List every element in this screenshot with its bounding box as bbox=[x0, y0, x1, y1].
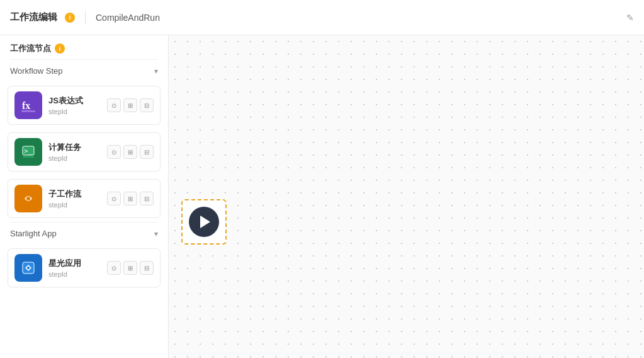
canvas-play-node[interactable] bbox=[181, 199, 227, 245]
node-actions-calc: ⊙ ⊞ ⊟ bbox=[107, 145, 154, 159]
category-starlight-app[interactable]: Starlight App ▾ bbox=[0, 222, 168, 245]
header-title: 工作流编辑 bbox=[10, 11, 57, 23]
sidebar-section-title: 工作流节点 bbox=[10, 43, 51, 54]
header-divider bbox=[85, 11, 86, 24]
node-action-info-calc[interactable]: ⊟ bbox=[140, 145, 154, 159]
node-action-info-starlight[interactable]: ⊟ bbox=[140, 261, 154, 275]
node-action-add-calc[interactable]: ⊞ bbox=[123, 145, 137, 159]
node-action-add-js[interactable]: ⊞ bbox=[123, 98, 137, 112]
category-workflow-step[interactable]: Workflow Step ▾ bbox=[0, 60, 168, 82]
sidebar: 工作流节点 i Workflow Step ▾ fx JS表达式 stepId bbox=[0, 35, 169, 358]
node-action-view-calc[interactable]: ⊙ bbox=[107, 145, 121, 159]
node-action-info-sub[interactable]: ⊟ bbox=[140, 192, 154, 205]
node-name-calc: 计算任务 bbox=[48, 142, 101, 153]
node-card-calc[interactable]: >_ 计算任务 stepId ⊙ ⊞ ⊟ bbox=[8, 132, 161, 171]
svg-point-8 bbox=[26, 197, 30, 200]
node-action-add-sub[interactable]: ⊞ bbox=[123, 192, 137, 205]
canvas[interactable] bbox=[169, 35, 644, 358]
node-info-js: JS表达式 stepId bbox=[48, 95, 101, 115]
node-info-calc: 计算任务 stepId bbox=[48, 142, 101, 162]
node-card-sub-workflow[interactable]: 子工作流 stepId ⊙ ⊞ ⊟ bbox=[8, 179, 161, 218]
node-action-info-js[interactable]: ⊟ bbox=[140, 98, 154, 112]
node-icon-starlight bbox=[14, 254, 42, 282]
node-actions-sub: ⊙ ⊞ ⊟ bbox=[107, 192, 154, 205]
node-stepid-calc: stepId bbox=[48, 154, 101, 162]
node-stepid-sub: stepId bbox=[48, 201, 101, 209]
header-info-icon[interactable]: i bbox=[65, 13, 75, 23]
header: 工作流编辑 i ✎ bbox=[0, 0, 644, 35]
play-button[interactable] bbox=[189, 207, 219, 237]
sidebar-info-icon[interactable]: i bbox=[55, 43, 65, 54]
edit-icon[interactable]: ✎ bbox=[626, 13, 634, 23]
node-icon-js: fx bbox=[14, 91, 42, 119]
chevron-down-icon: ▾ bbox=[154, 67, 158, 76]
node-icon-calc: >_ bbox=[14, 138, 42, 166]
node-card-js-expr[interactable]: fx JS表达式 stepId ⊙ ⊞ ⊟ bbox=[8, 86, 161, 125]
node-actions-js: ⊙ ⊞ ⊟ bbox=[107, 98, 154, 112]
node-action-add-starlight[interactable]: ⊞ bbox=[123, 261, 137, 275]
node-stepid-starlight: stepId bbox=[48, 270, 101, 278]
node-card-starlight[interactable]: 星光应用 stepId ⊙ ⊞ ⊟ bbox=[8, 248, 161, 287]
svg-text:fx: fx bbox=[22, 100, 30, 111]
category-workflow-step-label: Workflow Step bbox=[10, 66, 63, 76]
svg-rect-6 bbox=[23, 156, 34, 158]
node-stepid-js: stepId bbox=[48, 108, 101, 115]
node-name-js: JS表达式 bbox=[48, 95, 101, 107]
chevron-down-icon-2: ▾ bbox=[154, 229, 158, 238]
node-action-view-starlight[interactable]: ⊙ bbox=[107, 261, 121, 275]
node-action-view-js[interactable]: ⊙ bbox=[107, 98, 121, 112]
node-name-starlight: 星光应用 bbox=[48, 258, 101, 269]
svg-point-11 bbox=[27, 267, 30, 269]
node-action-view-sub[interactable]: ⊙ bbox=[107, 192, 121, 205]
play-triangle-icon bbox=[200, 216, 210, 228]
node-name-sub: 子工作流 bbox=[48, 188, 101, 200]
node-actions-starlight: ⊙ ⊞ ⊟ bbox=[107, 261, 154, 275]
node-info-sub: 子工作流 stepId bbox=[48, 188, 101, 209]
node-icon-sub bbox=[14, 185, 42, 212]
node-info-starlight: 星光应用 stepId bbox=[48, 258, 101, 278]
workflow-name-input[interactable] bbox=[96, 13, 619, 23]
svg-rect-2 bbox=[21, 110, 35, 112]
category-starlight-label: Starlight App bbox=[10, 229, 57, 238]
svg-text:>_: >_ bbox=[24, 147, 33, 155]
